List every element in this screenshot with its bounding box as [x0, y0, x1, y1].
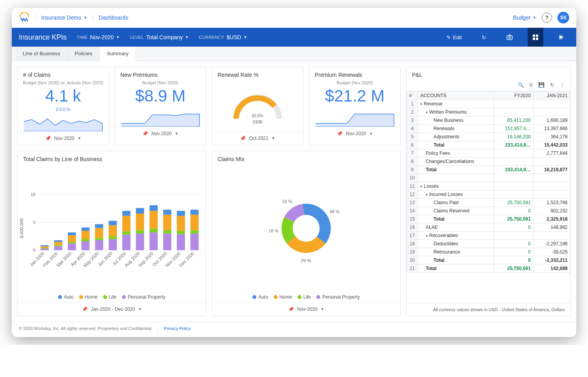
svg-rect-45	[122, 231, 131, 235]
table-row[interactable]: 21 Total 25,750,591 142,688	[407, 265, 570, 273]
pnl-footer: All currency values shown in USD - Unite…	[407, 303, 570, 316]
chevron-down-icon: ▼	[369, 132, 373, 136]
table-row[interactable]: 11 ▾Losses	[407, 182, 570, 190]
filter-level[interactable]: LEVELTotal Company▼	[130, 34, 189, 40]
more-icon[interactable]: ⋮	[560, 82, 565, 88]
svg-rect-59	[163, 234, 171, 250]
svg-text:Sep 2020: Sep 2020	[137, 251, 154, 268]
col-accounts[interactable]: ACCOUNTS	[418, 92, 494, 100]
table-row[interactable]: 3 New Business 65,411,200 1,680,189	[407, 116, 570, 125]
svg-rect-62	[163, 210, 171, 215]
tab-summary[interactable]: Summary	[100, 47, 136, 61]
svg-rect-24	[68, 243, 76, 250]
card-foot-date[interactable]: Jan-2020 - Dec-2020	[91, 306, 135, 312]
pencil-icon: ✎	[446, 34, 451, 40]
table-row[interactable]: 12 ▾Incurred Losses	[407, 190, 570, 199]
svg-rect-71	[191, 215, 199, 230]
gauge-renewal: 82.0%	[228, 87, 287, 123]
grid-view-icon[interactable]	[528, 28, 543, 47]
card-foot-date[interactable]: Nov-2020	[54, 136, 74, 141]
svg-point-1	[509, 37, 511, 39]
table-row[interactable]: 10	[407, 174, 570, 182]
card-foot-date[interactable]: Nov-2020	[346, 131, 366, 136]
table-row[interactable]: 15 Total 25,750,591 2,325,918	[407, 215, 570, 223]
card-foot-date[interactable]: Nov-2020	[297, 306, 318, 312]
save-icon[interactable]: 💾	[538, 82, 544, 88]
col-fy2020[interactable]: FY2020	[494, 92, 533, 100]
table-row[interactable]: 20 Total 0 -2,332,211	[407, 256, 570, 265]
svg-rect-34	[95, 240, 103, 250]
table-row[interactable]: 18 Deductibles 0 -2,297,186	[407, 240, 570, 248]
table-row[interactable]: 1 ▾Revenue	[407, 100, 570, 108]
svg-rect-20	[54, 245, 62, 246]
filter-time[interactable]: TIMENov-2020▼	[77, 34, 120, 40]
card-total-claims: Total Claims by Line of Business 0510$,0…	[17, 151, 206, 316]
chevron-down-icon: ▼	[272, 136, 275, 140]
edit-button[interactable]: ✎Edit	[443, 28, 466, 47]
svg-rect-52	[136, 208, 144, 214]
svg-text:5: 5	[33, 220, 35, 225]
table-row[interactable]: 16 ALAE 0 148,982	[407, 223, 570, 232]
pin-icon[interactable]: 📌	[240, 136, 246, 141]
table-row[interactable]: 2 ▾Written Premiums	[407, 108, 570, 116]
table-row[interactable]: 8 Changes/Cancellations	[407, 158, 570, 166]
svg-rect-36	[95, 228, 103, 238]
pnl-table[interactable]: # ACCOUNTS FY2020 JAN-2021 1 ▾Revenue 2 …	[407, 91, 570, 273]
svg-text:Mar 2020: Mar 2020	[56, 251, 73, 268]
card-premiums: New Premiums Budget (Nov 2020) $8.9 M 📌N…	[114, 67, 206, 145]
divider	[93, 14, 93, 21]
svg-rect-5	[536, 38, 538, 40]
legend-life: Life	[303, 294, 311, 300]
col-jan2021[interactable]: JAN-2021	[533, 92, 570, 100]
tab-policies[interactable]: Policies	[67, 47, 100, 61]
filter-currency[interactable]: CURRENCY$USD▼	[199, 34, 247, 40]
table-row[interactable]: 17 ▾Recoverables	[407, 232, 570, 240]
card-title: Premium Renewals	[309, 67, 400, 80]
export-icon[interactable]: ⎘	[530, 82, 533, 88]
pin-icon[interactable]: 📌	[337, 131, 343, 136]
card-subtitle: Budget (Nov 2020)	[115, 80, 206, 85]
nav-dashboards[interactable]: Dashboards	[99, 14, 129, 21]
svg-text:10: 10	[31, 192, 36, 197]
card-subtitle: Budget (Nov 2020)	[309, 80, 400, 85]
pin-icon[interactable]: 📌	[45, 136, 51, 141]
table-row[interactable]: 14 Claims Reserved 0 802,152	[407, 207, 570, 215]
table-row[interactable]: 19 Reinsurance 0 -35,025	[407, 248, 570, 256]
svg-rect-19	[54, 246, 62, 250]
table-row[interactable]: 9 Total 233,414,8… 18,219,877	[407, 166, 570, 174]
table-row[interactable]: 4 Renewals 151,857,4… 13,397,666	[407, 125, 570, 133]
pin-icon[interactable]: 📌	[288, 306, 294, 312]
camera-icon[interactable]	[502, 28, 517, 47]
svg-rect-55	[149, 228, 158, 232]
svg-rect-16	[40, 246, 49, 248]
table-row[interactable]: 6 Total 233,414,8… 15,442,033	[407, 141, 570, 149]
topbar: Insurance Demo▼ Dashboards Budget▼ ? SS	[12, 8, 576, 28]
svg-rect-67	[177, 211, 185, 216]
privacy-policy-link[interactable]: Privacy Policy	[164, 326, 191, 333]
search-icon[interactable]: 🔍	[518, 82, 524, 88]
help-icon[interactable]: ?	[542, 13, 552, 23]
refresh-icon[interactable]: ↻	[550, 82, 554, 88]
project-dropdown[interactable]: Insurance Demo▼	[41, 14, 87, 21]
present-icon[interactable]	[554, 28, 569, 47]
chevron-down-icon: ▼	[533, 16, 536, 20]
card-foot-date[interactable]: Nov-2020	[151, 131, 172, 136]
gauge-max: 100	[255, 120, 262, 124]
pin-icon[interactable]: 📌	[142, 131, 148, 136]
table-row[interactable]: 13 Claims Paid 25,750,591 1,523,766	[407, 199, 570, 207]
svg-text:0: 0	[33, 248, 35, 252]
table-row[interactable]: 5 Adjustments 16,146,200 364,178	[407, 133, 570, 141]
card-title: # of Claims	[18, 67, 109, 80]
svg-rect-26	[68, 235, 76, 242]
svg-text:29 %: 29 %	[301, 258, 311, 263]
card-foot-date[interactable]: Oct-2021	[249, 136, 268, 141]
svg-rect-57	[149, 205, 158, 211]
refresh-icon[interactable]: ↻	[476, 28, 492, 47]
tab-line-of-business[interactable]: Line of Business	[16, 47, 67, 61]
svg-rect-56	[149, 211, 158, 228]
table-row[interactable]: 7 Policy Fees 2,777,844	[407, 149, 570, 158]
budget-dropdown[interactable]: Budget▼	[513, 14, 536, 21]
card-title: P&L	[407, 67, 570, 80]
pin-icon[interactable]: 📌	[82, 306, 88, 312]
avatar[interactable]: SS	[557, 12, 569, 24]
